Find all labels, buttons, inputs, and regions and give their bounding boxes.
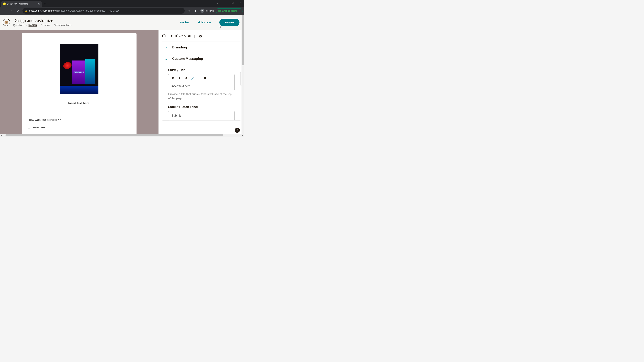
preview-button[interactable]: Preview <box>180 21 189 24</box>
kebab-menu-icon: ⋮ <box>238 9 240 12</box>
link-button[interactable]: 🔗 <box>190 76 194 80</box>
side-panel-icon[interactable]: ◧ <box>193 8 199 14</box>
browser-tab[interactable]: ✦ Edit Survey | Mailchimp ✕ <box>1 1 42 7</box>
chevron-right-icon: › <box>26 24 27 26</box>
survey-title-editor: B I U 🔗 ☰ ≡ Insert text here! <box>168 74 234 90</box>
header-titles: Design and customize Questions › Design … <box>13 18 180 27</box>
survey-title-help: Provide a title that survey takers will … <box>168 92 234 100</box>
horizontal-scrollbar[interactable]: ◀ ▶ <box>0 134 244 137</box>
custom-messaging-body: Survey Title B I U 🔗 ☰ ≡ Insert text her… <box>162 64 241 120</box>
back-button[interactable]: ← <box>1 8 8 14</box>
new-tab-button[interactable]: + <box>42 1 48 7</box>
reload-button[interactable]: ⟳ <box>15 8 21 14</box>
submit-button-label-input[interactable] <box>168 111 234 120</box>
tab-search-icon[interactable]: ⌄ <box>213 0 221 6</box>
bookmark-star-icon[interactable]: ☆ <box>186 8 192 14</box>
app-header: 🐵 Design and customize Questions › Desig… <box>0 15 244 30</box>
help-button[interactable]: ? <box>235 128 240 133</box>
survey-title-preview: Insert text here! <box>28 101 131 110</box>
mailchimp-favicon-icon: ✦ <box>3 2 6 5</box>
maximize-icon[interactable]: ❐ <box>229 0 236 6</box>
survey-title-label: Survey Title <box>168 68 234 72</box>
breadcrumb-questions[interactable]: Questions <box>13 24 24 26</box>
survey-preview-card: CITYWALK Insert text here! How was our s… <box>22 33 136 134</box>
preview-canvas: CITYWALK Insert text here! How was our s… <box>0 30 158 134</box>
chevron-down-icon: ▾ <box>166 46 168 49</box>
chevron-right-icon: › <box>38 24 39 26</box>
tab-title: Edit Survey | Mailchimp <box>7 3 28 5</box>
bold-button[interactable]: B <box>172 76 175 80</box>
scrollbar-thumb[interactable] <box>6 134 223 136</box>
relaunch-button[interactable]: Relaunch to update ⋮ <box>216 8 243 13</box>
breadcrumb-design[interactable]: Design <box>28 23 37 27</box>
incognito-label: Incognito <box>206 9 214 12</box>
checkbox-icon[interactable] <box>28 126 30 129</box>
survey-title-input[interactable]: Insert text here! <box>168 82 234 90</box>
branding-accordion-header[interactable]: ▾ Branding <box>162 42 241 53</box>
tab-strip: ✦ Edit Survey | Mailchimp ✕ + ⌄ ― ❐ ✕ <box>0 0 244 7</box>
scroll-left-icon[interactable]: ◀ <box>0 134 3 137</box>
incognito-badge[interactable]: 👁 Incognito <box>200 9 215 13</box>
custom-messaging-accordion-header[interactable]: ▴ Custom Messaging <box>162 53 241 64</box>
forward-button: → <box>8 8 14 14</box>
branding-label: Branding <box>172 45 187 49</box>
rte-toolbar: B I U 🔗 ☰ ≡ <box>168 74 234 82</box>
close-window-icon[interactable]: ✕ <box>236 0 244 6</box>
scrollbar-thumb[interactable] <box>242 15 244 65</box>
survey-question: How was our service? * <box>28 118 131 122</box>
scroll-right-icon[interactable]: ▶ <box>242 134 244 137</box>
survey-options: awesome poor <box>28 126 131 134</box>
review-button[interactable]: Review <box>219 18 240 26</box>
customize-panel: Customize your page ▾ Branding ▴ Custom … <box>158 30 244 134</box>
panel-title: Customize your page <box>162 33 241 38</box>
mailchimp-logo-icon[interactable]: 🐵 <box>3 18 10 26</box>
breadcrumb-settings[interactable]: Settings <box>41 24 50 26</box>
window-controls: ⌄ ― ❐ ✕ <box>213 0 244 6</box>
underline-button[interactable]: U <box>184 76 188 80</box>
survey-option[interactable]: awesome <box>28 126 131 129</box>
page-title: Design and customize <box>13 18 180 23</box>
address-bar[interactable]: 🔒 us21.admin.mailchimp.com/lists/surveys… <box>22 8 185 13</box>
option-label: awesome <box>32 126 46 129</box>
browser-chrome: ✦ Edit Survey | Mailchimp ✕ + ⌄ ― ❐ ✕ ← … <box>0 0 244 15</box>
chevron-up-icon: ▴ <box>166 57 168 60</box>
custom-messaging-label: Custom Messaging <box>172 57 203 61</box>
chevron-right-icon: › <box>52 24 52 26</box>
submit-button-label-label: Submit Button Label <box>168 105 234 109</box>
breadcrumb-sharing[interactable]: Sharing options <box>54 24 72 26</box>
header-actions: Preview Finish later Review <box>180 18 240 26</box>
finish-later-button[interactable]: Finish later <box>198 21 211 24</box>
browser-toolbar: ← → ⟳ 🔒 us21.admin.mailchimp.com/lists/s… <box>0 7 244 15</box>
vertical-scrollbar[interactable] <box>242 15 244 134</box>
url-text: us21.admin.mailchimp.com/lists/surveys/e… <box>29 9 119 12</box>
minimize-icon[interactable]: ― <box>221 0 229 6</box>
lock-icon: 🔒 <box>25 9 28 12</box>
numbered-list-button[interactable]: ≡ <box>203 76 206 80</box>
accordion: ▾ Branding ▴ Custom Messaging Survey Tit… <box>162 41 241 120</box>
divider <box>22 110 136 110</box>
main-content: CITYWALK Insert text here! How was our s… <box>0 30 244 134</box>
incognito-icon: 👁 <box>200 9 204 13</box>
italic-button[interactable]: I <box>178 76 181 80</box>
bullet-list-button[interactable]: ☰ <box>197 76 200 80</box>
close-tab-icon[interactable]: ✕ <box>38 2 40 5</box>
scrollbar-track[interactable] <box>3 134 242 137</box>
breadcrumb: Questions › Design › Settings › Sharing … <box>13 23 180 27</box>
survey-hero-image[interactable]: CITYWALK <box>60 44 98 94</box>
